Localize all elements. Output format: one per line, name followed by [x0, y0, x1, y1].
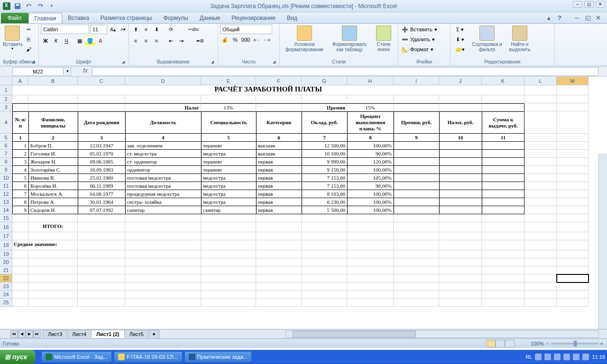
cell[interactable] [557, 232, 589, 240]
cell[interactable]: 05.02.1970 [78, 150, 125, 158]
cell[interactable] [28, 266, 78, 274]
cell[interactable]: первая [256, 206, 302, 214]
cell[interactable]: 100,00% [347, 206, 394, 214]
cell[interactable]: 4 [12, 166, 28, 174]
sheet-tab[interactable]: Лист3 [43, 330, 67, 338]
cell[interactable] [78, 291, 125, 299]
cell[interactable] [524, 85, 557, 95]
paste-button[interactable]: Вставить▼ [2, 25, 23, 51]
cell[interactable] [256, 258, 302, 266]
cell[interactable] [394, 103, 439, 111]
view-page-break-icon[interactable] [505, 340, 515, 347]
cell[interactable] [394, 250, 439, 258]
cell[interactable]: сестра- хозяйка [125, 198, 201, 206]
cell[interactable] [557, 222, 589, 232]
indent-dec-icon[interactable]: ⇤ [166, 36, 175, 46]
cell[interactable] [12, 291, 28, 299]
zoom-out-icon[interactable]: − [546, 341, 549, 346]
cell[interactable] [524, 158, 557, 166]
cell[interactable]: медсестра [201, 174, 256, 182]
cell[interactable] [439, 142, 482, 150]
cell[interactable] [557, 274, 589, 282]
cell[interactable] [439, 258, 482, 266]
cell[interactable]: 2 [12, 150, 28, 158]
cell[interactable] [302, 258, 347, 266]
cell[interactable] [557, 166, 589, 174]
cell[interactable] [302, 282, 347, 291]
cell[interactable]: 3 [12, 158, 28, 166]
cell[interactable]: Жихарев Н. [28, 158, 78, 166]
cell[interactable] [439, 299, 482, 307]
horizontal-scrollbar[interactable] [285, 330, 598, 338]
cell[interactable]: Золотарёва С. [28, 166, 78, 174]
cell[interactable] [439, 274, 482, 282]
cell[interactable] [394, 232, 439, 240]
cell[interactable]: Сидоров Н. [28, 206, 78, 214]
cell[interactable] [78, 214, 125, 222]
cell[interactable] [524, 258, 557, 266]
cell[interactable]: Процент выполнения плана, % [347, 111, 394, 134]
cell[interactable] [347, 232, 394, 240]
cell[interactable]: 12.03.1947 [78, 142, 125, 150]
taskbar-item[interactable]: Практические зада... [184, 351, 252, 363]
cell[interactable] [78, 103, 125, 111]
cell[interactable]: 98,00% [347, 182, 394, 190]
cell[interactable] [125, 299, 201, 307]
cell[interactable] [482, 291, 524, 299]
cell[interactable] [125, 214, 201, 222]
cut-icon[interactable]: ✂ [24, 25, 33, 34]
font-size-select[interactable] [90, 25, 107, 34]
row-header[interactable]: 13 [0, 198, 12, 206]
cell[interactable] [524, 190, 557, 198]
cell[interactable] [439, 190, 482, 198]
undo-icon[interactable] [25, 2, 33, 10]
cell[interactable] [524, 103, 557, 111]
column-header[interactable]: F [256, 77, 302, 85]
cell[interactable]: 16.09.1983 [78, 166, 125, 174]
align-right-icon[interactable]: ≡ [152, 36, 161, 46]
cell[interactable] [125, 95, 201, 103]
find-select-button[interactable]: Найти и выделить [505, 25, 535, 53]
cell[interactable] [557, 174, 589, 182]
save-icon[interactable] [13, 2, 22, 10]
cell[interactable]: Должность [125, 111, 201, 134]
format-as-table-button[interactable]: Форматировать как таблицу [328, 25, 371, 53]
cell[interactable] [256, 291, 302, 299]
cell[interactable] [256, 250, 302, 258]
cell[interactable] [394, 214, 439, 222]
cell[interactable]: 9 158,00 [302, 166, 347, 174]
cell[interactable] [302, 250, 347, 258]
cell[interactable] [78, 258, 125, 266]
cell[interactable]: 9 [12, 206, 28, 214]
row-header[interactable]: 4 [0, 111, 12, 134]
cell[interactable] [482, 214, 524, 222]
column-header[interactable]: C [78, 77, 125, 85]
cell[interactable] [78, 299, 125, 307]
cell[interactable] [78, 240, 125, 250]
cell[interactable]: 8 [347, 134, 394, 142]
cell[interactable] [557, 134, 589, 142]
row-header[interactable]: 16 [0, 222, 12, 232]
tray-icon[interactable] [582, 354, 589, 360]
cell[interactable] [394, 166, 439, 174]
cell[interactable] [439, 166, 482, 174]
cell[interactable]: 7 [12, 190, 28, 198]
cell[interactable] [256, 103, 302, 111]
cell[interactable] [302, 291, 347, 299]
row-header[interactable]: 23 [0, 282, 12, 291]
cell[interactable] [28, 103, 78, 111]
row-header[interactable]: 3 [0, 103, 12, 111]
row-header[interactable]: 17 [0, 232, 12, 240]
cell[interactable] [12, 222, 28, 232]
cell[interactable] [394, 206, 439, 214]
cell[interactable]: Категория [256, 111, 302, 134]
cell[interactable] [394, 190, 439, 198]
cell[interactable] [125, 258, 201, 266]
column-header[interactable]: G [302, 77, 347, 85]
tab-home[interactable]: Главная [28, 13, 63, 23]
minimize-button[interactable]: ─ [573, 1, 582, 8]
start-button[interactable]: ⊞пуск [0, 350, 36, 364]
cell[interactable] [482, 158, 524, 166]
cell[interactable] [78, 282, 125, 291]
zoom-slider[interactable] [551, 343, 598, 345]
